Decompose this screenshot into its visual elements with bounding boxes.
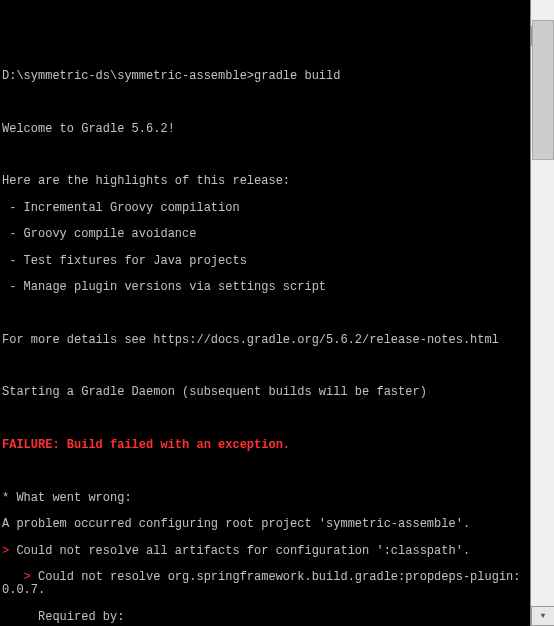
- scrollbar-thumb[interactable]: [532, 20, 554, 160]
- error-text: Could not resolve all artifacts for conf…: [16, 544, 470, 558]
- problem-line: A problem occurred configuring root proj…: [2, 518, 526, 531]
- details-text: For more details see: [2, 333, 153, 347]
- highlight-item: - Incremental Groovy compilation: [2, 202, 526, 215]
- arrow-icon: >: [2, 544, 16, 558]
- required-by: Required by:: [2, 611, 526, 624]
- arrow-icon: >: [2, 570, 38, 584]
- highlight-item: - Test fixtures for Java projects: [2, 255, 526, 268]
- scrollbar[interactable]: ▲ ▼: [530, 0, 554, 626]
- starting-daemon: Starting a Gradle Daemon (subsequent bui…: [2, 386, 526, 399]
- highlight-item: - Groovy compile avoidance: [2, 228, 526, 241]
- details-url: https://docs.gradle.org/5.6.2/release-no…: [153, 333, 499, 347]
- terminal-output: D:\symmetric-ds\symmetric-assemble>gradl…: [0, 53, 528, 626]
- scroll-down-button[interactable]: ▼: [531, 606, 554, 626]
- highlights-intro: Here are the highlights of this release:: [2, 175, 526, 188]
- prompt: D:\symmetric-ds\symmetric-assemble>: [2, 69, 254, 83]
- what-went-wrong: * What went wrong:: [2, 492, 526, 505]
- failure-header: FAILURE: Build failed with an exception.: [2, 439, 526, 452]
- welcome-line: Welcome to Gradle 5.6.2!: [2, 123, 526, 136]
- highlight-item: - Manage plugin versions via settings sc…: [2, 281, 526, 294]
- command: gradle build: [254, 69, 340, 83]
- error-text: Could not resolve org.springframework.bu…: [2, 570, 521, 597]
